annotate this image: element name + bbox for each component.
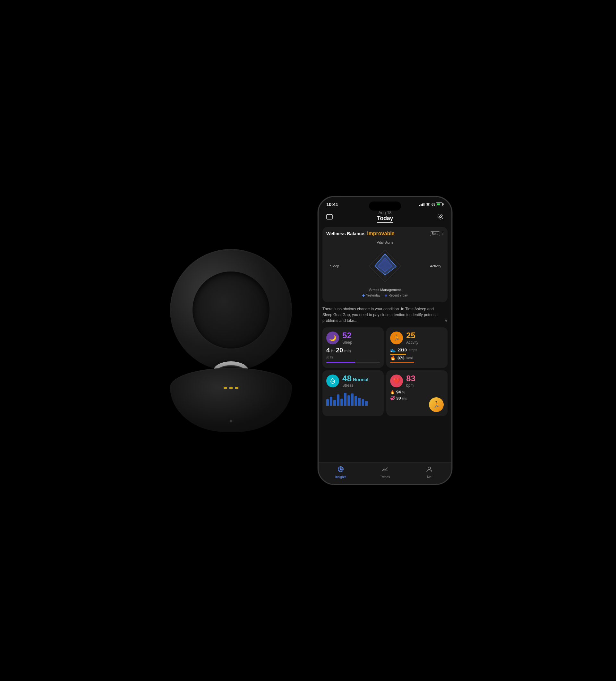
- radar-svg-wrap: [326, 241, 444, 292]
- connector-3: [235, 387, 238, 389]
- calendar-icon[interactable]: [324, 211, 335, 222]
- stress-bar-4: [337, 395, 339, 406]
- radar-legend: Yesterday Recent 7-day: [362, 294, 408, 297]
- activity-steps-row: 👟 2310 steps: [390, 347, 444, 352]
- activity-card[interactable]: 🏃 25 Activity 👟 2310 steps: [386, 327, 447, 368]
- radar-labels: Vital Signs Sleep Activity Stress Manage…: [326, 241, 444, 292]
- sleep-progress-bar: [326, 362, 380, 363]
- steps-value: 2310: [397, 348, 407, 352]
- header-title-underline: [377, 222, 393, 223]
- svg-rect-18: [382, 471, 388, 471]
- stress-bar-7: [348, 395, 350, 406]
- steps-bar: [390, 354, 406, 355]
- me-nav-label: Me: [427, 475, 432, 479]
- sleep-detail: 4 hr 20 min /8 hr: [326, 347, 380, 363]
- hrv-value: 30: [396, 396, 401, 401]
- bottom-nav: Insights Trends: [318, 462, 452, 484]
- sleep-minutes: 20: [336, 347, 343, 354]
- svg-point-4: [438, 214, 443, 219]
- sleep-time-display: 4 hr 20 min: [326, 347, 380, 354]
- phone-content: Wellness Balance: Improvable Beta › Vita…: [318, 226, 452, 484]
- refresh-icon[interactable]: [435, 211, 446, 222]
- stress-level: Normal: [353, 377, 368, 382]
- spo2-row: 🔥 94 %: [390, 389, 444, 395]
- sleep-hr-unit: hr: [331, 349, 335, 353]
- svg-point-19: [428, 467, 431, 470]
- header-date: Aug 18: [378, 210, 391, 215]
- radar-chart-svg: [366, 247, 404, 285]
- wellness-status: Improvable: [367, 231, 394, 236]
- status-icons: ⌘ 69: [419, 202, 444, 207]
- signal-bar-1: [419, 205, 420, 206]
- phone: 10:41 ⌘ 69: [317, 196, 453, 485]
- heart-secondary-metrics: 🔥 94 % 💞 30 ms: [390, 389, 444, 401]
- activity-score: 25: [406, 331, 418, 339]
- stress-bar-10: [358, 398, 361, 406]
- wellness-label: Wellness Balance:: [326, 231, 366, 236]
- charger-lid-inner: [192, 272, 270, 349]
- stress-card[interactable]: 48 Normal Stress: [323, 370, 384, 416]
- heart-card[interactable]: ❤️ 83 bpm 🔥 94 %: [386, 370, 447, 416]
- insights-nav-icon: [337, 466, 344, 474]
- kcal-unit: kcal: [407, 356, 413, 360]
- wellness-desc-text: There is no obvious change in your condi…: [323, 306, 443, 324]
- signal-bar-4: [424, 203, 425, 206]
- sleep-progress-fill: [326, 362, 355, 363]
- phone-screen: 10:41 ⌘ 69: [318, 197, 452, 484]
- sleep-min-unit: min: [344, 349, 351, 353]
- sleep-value-group: 52 Sleep: [342, 331, 352, 345]
- stress-label: Stress: [342, 383, 368, 388]
- battery-indicator: 69: [432, 202, 444, 206]
- nav-item-me[interactable]: Me: [407, 466, 452, 479]
- wellness-header: Wellness Balance: Improvable Beta ›: [326, 231, 444, 236]
- sleep-label: Sleep: [342, 340, 352, 345]
- sleep-icon: 🌙: [326, 331, 339, 344]
- svg-rect-14: [385, 294, 387, 297]
- stress-bar-12: [365, 401, 368, 406]
- status-time: 10:41: [326, 202, 338, 207]
- signal-bar-3: [422, 203, 423, 206]
- charger-connectors: [224, 387, 238, 389]
- battery-tip: [443, 203, 444, 205]
- heart-value-group: 83 bpm: [406, 374, 415, 388]
- charger-lid: [170, 249, 292, 371]
- wellness-actions: Beta ›: [430, 231, 444, 236]
- spo2-unit: %: [402, 390, 405, 394]
- charger-base-dot: [230, 420, 232, 422]
- me-nav-icon: [426, 466, 433, 474]
- nav-item-trends[interactable]: Trends: [363, 466, 407, 479]
- kcal-value: 873: [397, 356, 405, 360]
- wifi-icon: ⌘: [426, 202, 430, 207]
- sleep-card[interactable]: 🌙 52 Sleep 4 hr 20: [323, 327, 384, 368]
- hrv-unit: ms: [402, 396, 407, 400]
- heart-icon: ❤️: [390, 375, 403, 387]
- app-header: Aug 18 Today: [318, 209, 452, 226]
- signal-bars: [419, 203, 425, 206]
- header-title: Today: [377, 215, 393, 222]
- svg-rect-13: [362, 294, 365, 297]
- wellness-chevron-right[interactable]: ›: [442, 231, 444, 236]
- activity-detail: 👟 2310 steps 🔥 873 kcal: [390, 347, 444, 364]
- stress-bar-2: [330, 397, 332, 406]
- svg-rect-0: [327, 215, 332, 219]
- stress-bar-11: [362, 399, 364, 406]
- battery-body: [436, 202, 443, 206]
- activity-kcal-row: 🔥 873 kcal: [390, 355, 444, 360]
- activity-circle-icon: 🏃: [433, 401, 440, 408]
- spo2-value: 94: [396, 389, 401, 395]
- wellness-description: There is no obvious change in your condi…: [318, 304, 452, 326]
- kcal-icon: 🔥: [390, 355, 395, 360]
- sleep-score: 52: [342, 331, 352, 339]
- battery-fill: [437, 203, 440, 205]
- heart-bpm-unit: bpm: [406, 383, 415, 388]
- expand-icon[interactable]: ∨: [445, 318, 447, 324]
- sleep-target: /8 hr: [326, 355, 333, 359]
- steps-icon: 👟: [390, 347, 395, 352]
- wellness-card[interactable]: Wellness Balance: Improvable Beta › Vita…: [323, 227, 447, 302]
- trends-nav-icon: [382, 466, 388, 474]
- charger-base: [170, 368, 292, 432]
- heart-card-top: ❤️ 83 bpm: [390, 374, 444, 388]
- nav-item-insights[interactable]: Insights: [318, 466, 363, 479]
- beta-badge: Beta: [430, 231, 440, 236]
- heart-bpm: 83: [406, 374, 415, 382]
